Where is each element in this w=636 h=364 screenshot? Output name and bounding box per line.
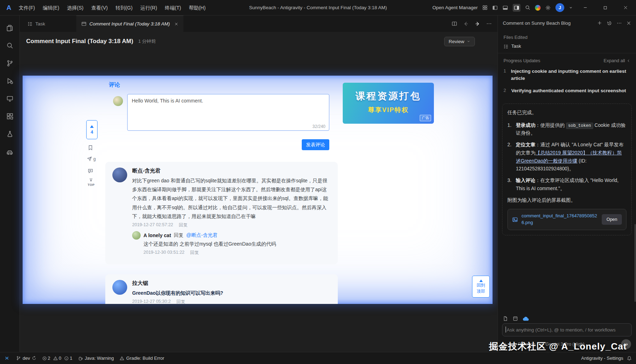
file-item-task[interactable]: Task [498, 41, 636, 53]
extensions-icon[interactable] [1, 107, 18, 125]
error-icon [42, 356, 47, 361]
run-debug-icon[interactable] [1, 72, 18, 90]
maximize-button[interactable] [597, 0, 613, 16]
search-sidebar-icon[interactable] [1, 37, 18, 54]
commenter-name[interactable]: 拉大锯 [132, 280, 331, 287]
reply-link[interactable]: 回复 [176, 299, 185, 304]
menu-view[interactable]: 查看(V) [87, 0, 112, 16]
back-to-top-label: 顶部 [477, 289, 485, 294]
review-button[interactable]: Review [444, 37, 475, 46]
java-status[interactable]: Java: Warning [75, 356, 117, 361]
toggle-bottom-panel-icon[interactable] [502, 5, 508, 11]
tab-task[interactable]: Task [20, 16, 76, 32]
menu-edit[interactable]: 编辑(E) [39, 0, 63, 16]
text-caret [506, 327, 506, 333]
cloud-icon[interactable] [523, 316, 529, 321]
close-button[interactable] [618, 0, 633, 16]
minimize-button[interactable] [577, 0, 593, 16]
remote-indicator[interactable] [0, 352, 13, 364]
gradle-status[interactable]: Gradle: Build Error [117, 356, 167, 361]
back-to-top-button[interactable]: 回到 顶部 [472, 276, 490, 298]
remote-explorer-icon[interactable] [1, 90, 18, 107]
agent-panel: Comment on Sunny Beach Blog Files Edited… [497, 16, 636, 352]
gemini-icon[interactable] [535, 5, 541, 11]
upvote-widget[interactable]: 4 [86, 120, 98, 139]
panel-scrollbar[interactable] [635, 224, 636, 302]
menu-help[interactable]: 帮助(H) [185, 0, 209, 16]
toggle-left-panel-icon[interactable] [492, 5, 498, 11]
more-actions-icon[interactable] [486, 21, 492, 27]
open-agent-manager-button[interactable]: Open Agent Manager [432, 5, 478, 10]
reply-mention-link[interactable]: @断点-含光君 [186, 232, 218, 239]
new-conversation-icon[interactable] [597, 20, 602, 25]
conversation-title: Comment on Sunny Beach Blog [503, 20, 593, 26]
navigate-back-icon[interactable] [463, 21, 469, 27]
scroll-top-icon[interactable]: TOP [88, 178, 95, 187]
preview-panel-icon[interactable] [513, 316, 518, 321]
java-status-label: Java: Warning [85, 356, 114, 361]
ad-banner[interactable]: 课程资源打包 尊享VIP特权 广告 [343, 83, 434, 124]
reply-link[interactable]: 回复 [190, 250, 199, 256]
share-icon[interactable]: g [87, 156, 96, 162]
step-bold: 输入评论 [516, 178, 535, 183]
menu-bar: 文件(F) 编辑(E) 选择(S) 查看(V) 转到(G) 运行(R) 终端(T… [15, 0, 210, 16]
navigate-forward-icon[interactable] [475, 21, 481, 27]
upvote-arrow-icon [90, 125, 94, 128]
attachment-filename[interactable]: comment_input_final_1764789508526.png [522, 213, 598, 226]
window-title: SunnyBeach - Antigravity - Comment Input… [249, 0, 387, 16]
chat-input[interactable] [502, 323, 632, 336]
back-to-top-label: 回到 [477, 283, 485, 288]
explorer-icon[interactable] [1, 19, 18, 37]
settings-gear-icon[interactable] [545, 5, 551, 11]
bookmark-icon[interactable] [88, 145, 93, 151]
source-control-icon[interactable] [1, 54, 18, 72]
comment-textarea[interactable]: Hello World, This is AI comment. 32/240 [127, 94, 329, 131]
progress-item[interactable]: 2 Verifying authenticated comment input … [498, 86, 636, 98]
commenter-name[interactable]: 断点-含光君 [132, 168, 331, 174]
toggle-right-panel-icon[interactable] [513, 4, 520, 12]
problems-indicator[interactable]: 2 0 1 [39, 356, 75, 361]
to-top-arrow-icon [89, 178, 93, 183]
upvote-count: 4 [90, 129, 93, 135]
testing-flask-icon[interactable] [1, 125, 18, 143]
commenter-avatar[interactable] [112, 168, 127, 182]
reply-avatar[interactable] [132, 231, 141, 240]
reply-author[interactable]: A lonely cat [143, 233, 171, 238]
menu-run[interactable]: 运行(R) [136, 0, 161, 16]
post-comment-button[interactable]: 发表评论 [302, 139, 329, 150]
editor-content: 评论 Hello World, This is AI comment. 32/2… [20, 51, 497, 352]
reply-link[interactable]: 回复 [179, 222, 188, 228]
split-editor-icon[interactable] [452, 21, 457, 27]
attachment-card[interactable]: comment_input_final_1764789508526.png Op… [507, 209, 626, 230]
tab-close-icon[interactable] [174, 22, 178, 26]
comment-date: 2019-12-27 05:30:2 [132, 299, 171, 304]
comment-bubble-icon[interactable] [88, 168, 93, 174]
close-panel-icon[interactable] [626, 21, 631, 25]
search-icon[interactable] [525, 5, 530, 10]
menu-selection[interactable]: 选择(S) [63, 0, 88, 16]
comment-body: GreenDao以你现有的知识可以写出来吗? [132, 289, 331, 298]
user-avatar[interactable]: J [555, 3, 564, 12]
panel-scroll-area[interactable]: Files Edited Task Progress Updates Expan… [498, 30, 636, 313]
bell-icon[interactable] [627, 356, 632, 361]
menu-file[interactable]: 文件(F) [15, 0, 39, 16]
expand-all-button[interactable]: Expand all [603, 58, 630, 63]
progress-item[interactable]: 1 Injecting cookie and inputting comment… [498, 66, 636, 86]
browser-tab-icon [81, 21, 87, 27]
vehicle-missions-icon[interactable] [1, 143, 18, 160]
more-icon[interactable] [617, 20, 622, 26]
history-icon[interactable] [607, 20, 612, 26]
commenter-avatar[interactable] [112, 280, 127, 295]
step-text: ：使用提供的 [535, 123, 566, 128]
tab-comment-input-final[interactable]: Comment Input Final (Today 3:18 AM) [76, 16, 183, 32]
apps-grid-icon[interactable] [482, 5, 488, 10]
avatar-chevron-down-icon[interactable] [569, 6, 573, 10]
menu-terminal[interactable]: 终端(T) [161, 0, 185, 16]
antigravity-settings-label[interactable]: Antigravity - Settings [581, 356, 623, 361]
branch-indicator[interactable]: dev [13, 356, 39, 361]
new-file-icon[interactable] [503, 316, 508, 321]
menu-go[interactable]: 转到(G) [112, 0, 136, 16]
artifact-header: Comment Input Final (Today 3:18 AM) 1 分钟… [20, 32, 497, 51]
error-count: 2 [48, 356, 50, 361]
open-attachment-button[interactable]: Open [602, 214, 622, 225]
